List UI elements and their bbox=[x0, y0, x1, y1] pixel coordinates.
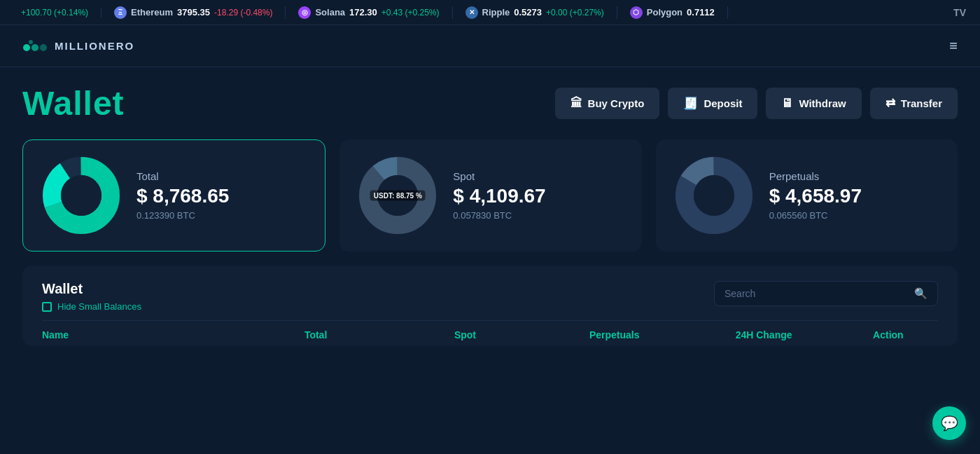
spot-amount: $ 4,109.67 bbox=[453, 185, 545, 207]
header: MILLIONERO ≡ bbox=[0, 25, 980, 67]
transfer-label: Transfer bbox=[901, 97, 942, 109]
hide-balances-label[interactable]: Hide Small Balances bbox=[57, 301, 141, 312]
tv-icon: TV bbox=[953, 7, 972, 18]
deposit-button[interactable]: 🧾 Deposit bbox=[668, 88, 757, 119]
perpetuals-amount: $ 4,658.97 bbox=[769, 185, 862, 207]
sol-icon: ◎ bbox=[298, 6, 311, 19]
th-name: Name bbox=[42, 329, 241, 340]
th-total: Total bbox=[241, 329, 390, 340]
perpetuals-label: Perpetuals bbox=[769, 170, 862, 182]
page-title: Wallet bbox=[22, 84, 125, 123]
svg-point-1 bbox=[31, 44, 38, 51]
eth-icon: Ξ bbox=[114, 6, 127, 19]
action-buttons: 🏛 Buy Crypto 🧾 Deposit 🖥 Withdraw ⇄ Tran… bbox=[555, 88, 958, 119]
deposit-label: Deposit bbox=[704, 97, 742, 109]
eth-change: -18.29 (-0.48%) bbox=[214, 8, 272, 18]
deposit-icon: 🧾 bbox=[683, 96, 698, 111]
sol-change: +0.43 (+0.25%) bbox=[382, 8, 440, 18]
table-header: Name Total Spot Perpetuals 24H Change Ac… bbox=[42, 320, 938, 346]
svg-point-0 bbox=[23, 44, 30, 51]
transfer-icon: ⇄ bbox=[886, 96, 895, 111]
buy-crypto-button[interactable]: 🏛 Buy Crypto bbox=[555, 88, 660, 119]
wallet-section-left: Wallet Hide Small Balances bbox=[42, 281, 141, 312]
transfer-button[interactable]: ⇄ Transfer bbox=[870, 88, 958, 119]
wallet-section: Wallet Hide Small Balances 🔍 Name Total … bbox=[22, 266, 958, 346]
total-btc: 0.123390 BTC bbox=[136, 210, 229, 221]
svg-point-15 bbox=[694, 175, 734, 216]
ticker-item-matic: ⬡ Polygon 0.7112 bbox=[617, 6, 728, 19]
spot-label: Spot bbox=[453, 170, 545, 182]
spot-card: USDT: 88.75 % Spot $ 4,109.67 0.057830 B… bbox=[340, 139, 641, 252]
spot-card-info: Spot $ 4,109.67 0.057830 BTC bbox=[453, 170, 545, 221]
search-icon[interactable]: 🔍 bbox=[914, 287, 927, 300]
total-pie-chart bbox=[43, 157, 120, 234]
svg-point-7 bbox=[61, 175, 102, 216]
matic-price: 0.7112 bbox=[687, 7, 715, 18]
cards-row: Total $ 8,768.65 0.123390 BTC USDT: 88.7… bbox=[22, 139, 958, 252]
th-perpetuals: Perpetuals bbox=[540, 329, 689, 340]
chat-bubble[interactable]: 💬 bbox=[932, 406, 966, 440]
th-spot: Spot bbox=[391, 329, 540, 340]
xrp-price: 0.5273 bbox=[514, 7, 542, 18]
logo-text: MILLIONERO bbox=[55, 40, 134, 52]
total-card-info: Total $ 8,768.65 0.123390 BTC bbox=[136, 170, 229, 221]
withdraw-icon: 🖥 bbox=[781, 97, 793, 111]
withdraw-button[interactable]: 🖥 Withdraw bbox=[766, 88, 861, 119]
total-amount: $ 8,768.65 bbox=[136, 185, 229, 207]
wallet-section-title: Wallet bbox=[42, 281, 141, 297]
th-action: Action bbox=[839, 329, 938, 340]
sol-name: Solana bbox=[315, 7, 345, 18]
ticker-item-eth: Ξ Ethereum 3795.35 -18.29 (-0.48%) bbox=[102, 6, 286, 19]
ticker-item-btc: +100.70 (+0.14%) bbox=[8, 8, 102, 18]
hide-balances-checkbox[interactable] bbox=[42, 302, 52, 312]
btc-change: +100.70 (+0.14%) bbox=[21, 8, 88, 18]
matic-icon: ⬡ bbox=[630, 6, 643, 19]
top-row: Wallet 🏛 Buy Crypto 🧾 Deposit 🖥 Withdraw… bbox=[22, 84, 958, 123]
usdt-label: USDT: 88.75 % bbox=[370, 191, 426, 201]
spot-pie-chart: USDT: 88.75 % bbox=[359, 157, 436, 234]
th-24h-change: 24H Change bbox=[689, 329, 838, 340]
withdraw-label: Withdraw bbox=[799, 97, 846, 109]
ticker-bar: +100.70 (+0.14%) Ξ Ethereum 3795.35 -18.… bbox=[0, 0, 980, 25]
logo-icon bbox=[22, 38, 48, 55]
buy-crypto-icon: 🏛 bbox=[570, 97, 582, 111]
main-content: Wallet 🏛 Buy Crypto 🧾 Deposit 🖥 Withdraw… bbox=[0, 67, 980, 346]
svg-point-2 bbox=[40, 44, 47, 51]
ticker-item-sol: ◎ Solana 172.30 +0.43 (+0.25%) bbox=[286, 6, 452, 19]
perpetuals-card-info: Perpetuals $ 4,658.97 0.065560 BTC bbox=[769, 170, 862, 221]
eth-name: Ethereum bbox=[131, 7, 173, 18]
perpetuals-btc: 0.065560 BTC bbox=[769, 210, 862, 221]
ticker-item-xrp: ✕ Ripple 0.5273 +0.00 (+0.27%) bbox=[453, 6, 617, 19]
wallet-section-header: Wallet Hide Small Balances 🔍 bbox=[42, 281, 938, 312]
xrp-name: Ripple bbox=[482, 7, 510, 18]
matic-name: Polygon bbox=[647, 7, 682, 18]
search-input[interactable] bbox=[724, 288, 909, 299]
total-label: Total bbox=[136, 170, 229, 182]
xrp-change: +0.00 (+0.27%) bbox=[546, 8, 604, 18]
eth-price: 3795.35 bbox=[177, 7, 210, 18]
perpetuals-pie-chart bbox=[676, 157, 752, 234]
hamburger-menu-icon[interactable]: ≡ bbox=[949, 38, 958, 54]
xrp-icon: ✕ bbox=[465, 6, 478, 19]
perpetuals-card: Perpetuals $ 4,658.97 0.065560 BTC bbox=[656, 139, 958, 252]
buy-crypto-label: Buy Crypto bbox=[588, 97, 645, 109]
search-box: 🔍 bbox=[714, 281, 938, 306]
svg-point-3 bbox=[29, 40, 33, 44]
logo-area: MILLIONERO bbox=[22, 38, 134, 55]
total-card: Total $ 8,768.65 0.123390 BTC bbox=[22, 139, 326, 252]
hide-balances-row: Hide Small Balances bbox=[42, 301, 141, 312]
sol-price: 172.30 bbox=[349, 7, 377, 18]
spot-btc: 0.057830 BTC bbox=[453, 210, 545, 221]
